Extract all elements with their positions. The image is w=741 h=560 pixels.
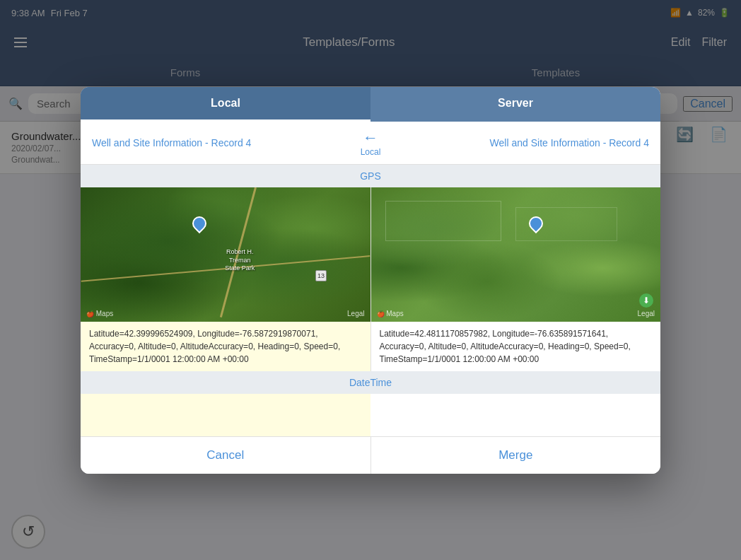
modal-overlay: Local Server Well and Site Information -… xyxy=(0,0,741,560)
gps-content: Robert H.TremanState Park 13 🍎 Maps Lega xyxy=(81,187,660,371)
route-marker: 13 xyxy=(315,270,327,281)
park-label: Robert H.TremanState Park xyxy=(225,248,255,273)
datetime-section-header: DateTime xyxy=(81,371,660,394)
map-pin-local xyxy=(192,216,206,236)
modal-tab-bar: Local Server xyxy=(81,87,660,122)
record-title-right: Well and Site Information - Record 4 xyxy=(399,137,649,148)
map-watermark-right: 🍎 Maps xyxy=(377,310,404,317)
map-badge-server: ⬇ xyxy=(639,293,653,308)
gps-panel-local: Robert H.TremanState Park 13 🍎 Maps Lega xyxy=(81,187,371,371)
map-watermark-left: 🍎 Maps xyxy=(86,310,113,317)
datetime-panel-local xyxy=(81,394,370,436)
record-arrow: ← Local xyxy=(342,129,399,157)
datetime-section: DateTime xyxy=(81,371,660,436)
merge-button[interactable]: Merge xyxy=(370,437,661,474)
record-title-left: Well and Site Information - Record 4 xyxy=(92,137,342,148)
datetime-content xyxy=(81,394,660,436)
map-legal-left: Legal xyxy=(347,310,364,317)
gps-text-server: Latitude=42.4811170857982, Longitude=-76… xyxy=(371,322,661,371)
arrow-label: Local xyxy=(361,147,381,157)
map-satellite-right: ⬇ xyxy=(371,187,661,322)
modal-footer: Cancel Merge xyxy=(81,436,660,474)
datetime-panel-server xyxy=(370,394,660,436)
record-title-row: Well and Site Information - Record 4 ← L… xyxy=(81,122,660,165)
map-pin-server xyxy=(529,216,543,236)
left-arrow-icon: ← xyxy=(363,129,378,147)
map-server[interactable]: ⬇ 🍎 Maps Legal xyxy=(371,187,661,322)
gps-panel-server: ⬇ 🍎 Maps Legal Latitude=42.4811170857982… xyxy=(371,187,661,371)
gps-text-local: Latitude=42.399996524909, Longitude=-76.… xyxy=(81,322,370,371)
map-satellite-left: Robert H.TremanState Park 13 xyxy=(81,187,370,322)
merge-modal: Local Server Well and Site Information -… xyxy=(81,87,660,474)
cancel-button[interactable]: Cancel xyxy=(81,437,370,474)
map-legal-right: Legal xyxy=(638,310,655,317)
gps-section-header: GPS xyxy=(81,165,660,187)
modal-tab-local[interactable]: Local xyxy=(81,87,370,122)
modal-tab-server[interactable]: Server xyxy=(370,87,660,122)
map-local[interactable]: Robert H.TremanState Park 13 🍎 Maps Lega xyxy=(81,187,370,322)
